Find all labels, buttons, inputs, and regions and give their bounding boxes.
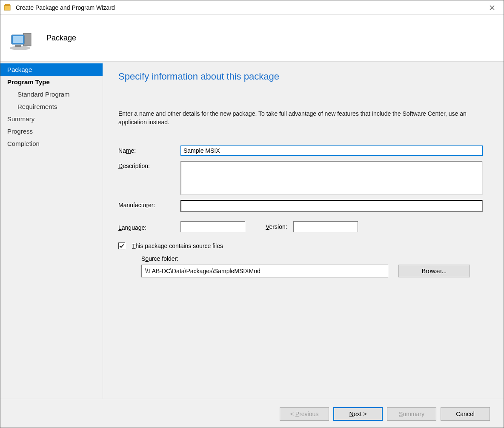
browse-button[interactable]: Browse... — [398, 265, 470, 277]
sidebar-item-label: Summary — [7, 115, 34, 123]
app-icon — [4, 4, 11, 11]
body-area: Package Program Type Standard Program Re… — [0, 62, 504, 399]
sidebar-item-progress[interactable]: Progress — [0, 125, 103, 137]
sidebar-item-package[interactable]: Package — [0, 63, 103, 76]
row-source-checkbox: This package contains source files — [118, 243, 488, 249]
language-input[interactable] — [180, 221, 245, 232]
label-manufacturer: Manufacturer: — [118, 200, 180, 208]
previous-button: < Previous — [280, 407, 329, 421]
sidebar-item-label: Package — [7, 66, 32, 73]
sidebar-item-completion[interactable]: Completion — [0, 137, 103, 150]
row-name: Name: — [118, 146, 488, 156]
sidebar-item-label: Standard Program — [17, 91, 70, 98]
manufacturer-input[interactable] — [180, 200, 483, 212]
cancel-button[interactable]: Cancel — [441, 407, 490, 421]
footer: < Previous Next > Summary Cancel — [0, 399, 504, 428]
sidebar-item-label: Program Type — [7, 78, 50, 86]
sidebar-item-label: Requirements — [17, 103, 57, 110]
source-files-checkbox[interactable] — [118, 243, 125, 249]
sidebar-item-program-type[interactable]: Program Type — [0, 76, 103, 88]
description-input[interactable] — [180, 161, 483, 195]
instruction-text: Enter a name and other details for the n… — [118, 109, 488, 127]
sidebar-item-summary[interactable]: Summary — [0, 113, 103, 125]
source-folder-input[interactable] — [141, 265, 388, 277]
next-button[interactable]: Next > — [333, 407, 383, 421]
name-input[interactable] — [180, 146, 483, 156]
window-title: Create Package and Program Wizard — [16, 4, 482, 11]
label-description: Description: — [118, 161, 180, 169]
label-name: Name: — [118, 146, 180, 154]
sidebar-item-standard-program[interactable]: Standard Program — [0, 88, 103, 100]
page-heading: Specify information about this package — [118, 71, 488, 82]
version-input[interactable] — [293, 221, 358, 232]
titlebar: Create Package and Program Wizard — [0, 0, 504, 15]
svg-rect-8 — [15, 45, 21, 47]
sidebar-item-label: Completion — [7, 140, 40, 147]
svg-rect-5 — [23, 33, 31, 46]
svg-rect-7 — [13, 36, 23, 43]
source-row: Browse... — [141, 265, 488, 277]
source-section: Source folder: Browse... — [118, 255, 488, 277]
checkmark-icon — [119, 243, 124, 248]
summary-button: Summary — [387, 407, 436, 421]
label-version: Version: — [266, 223, 287, 230]
main-panel: Specify information about this package E… — [103, 62, 504, 399]
row-manufacturer: Manufacturer: — [118, 200, 488, 212]
close-button[interactable] — [482, 1, 502, 14]
row-language-version: Language: Version: — [118, 221, 488, 232]
label-language: Language: — [118, 223, 180, 231]
header-title: Package — [46, 34, 76, 43]
label-source-checkbox: This package contains source files — [132, 243, 223, 249]
header-band: Package — [0, 15, 504, 62]
package-wizard-icon — [8, 26, 35, 51]
close-icon — [490, 5, 495, 10]
sidebar-item-label: Progress — [7, 128, 33, 135]
sidebar: Package Program Type Standard Program Re… — [0, 62, 103, 399]
label-source-folder: Source folder: — [141, 255, 488, 262]
row-description: Description: — [118, 161, 488, 195]
svg-rect-1 — [5, 4, 10, 6]
sidebar-item-requirements[interactable]: Requirements — [0, 100, 103, 113]
